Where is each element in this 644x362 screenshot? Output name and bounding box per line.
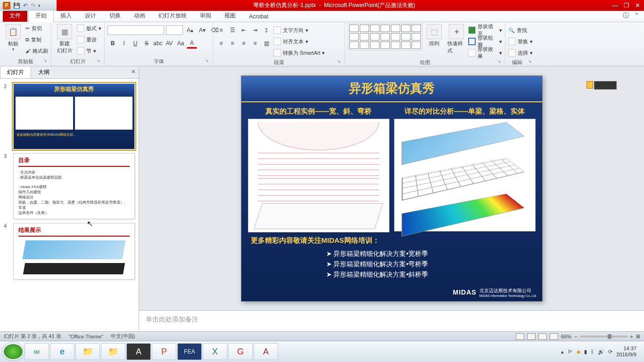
slide-canvas[interactable]: 异形箱梁仿真秀 真实的工程实例——宽、斜、弯桥 详尽的对比分析——单梁、梁格、实… bbox=[139, 66, 644, 310]
task-powerpoint-icon[interactable]: P bbox=[152, 343, 176, 360]
redo-icon[interactable]: ↷ bbox=[31, 2, 35, 9]
task-cad1-icon[interactable]: G bbox=[228, 343, 253, 360]
tray-flag-icon[interactable]: 🏳 bbox=[568, 349, 573, 354]
task-fea-icon[interactable]: FEA bbox=[177, 343, 202, 360]
justify-button[interactable]: ≡ bbox=[250, 38, 260, 49]
align-text-button[interactable]: 对齐文本 ▾ bbox=[273, 36, 325, 47]
skew-diagram-icon bbox=[254, 203, 383, 229]
tab-home[interactable]: 开始 bbox=[28, 9, 54, 22]
italic-button[interactable]: I bbox=[119, 38, 129, 49]
task-autocad-icon[interactable]: A bbox=[254, 343, 278, 360]
copy-button[interactable]: ⧉复制 bbox=[25, 34, 48, 45]
fit-to-window-button[interactable]: ⊞ bbox=[636, 333, 640, 339]
bold-button[interactable]: B bbox=[107, 38, 118, 49]
task-explorer2-icon[interactable]: 📁 bbox=[101, 343, 125, 360]
tab-slideshow[interactable]: 幻灯片放映 bbox=[152, 10, 193, 22]
task-explorer-icon[interactable]: 📁 bbox=[75, 343, 100, 360]
shape-effects-button[interactable]: 形状效果 ▾ bbox=[468, 48, 502, 58]
tray-shield-icon[interactable]: ◆ bbox=[577, 349, 580, 355]
paste-button[interactable]: 📋粘贴▾ bbox=[3, 23, 24, 52]
tab-insert[interactable]: 插入 bbox=[54, 10, 78, 22]
columns-button[interactable]: ▥ bbox=[261, 38, 272, 49]
shape-fill-button[interactable]: 形状填充 ▾ bbox=[468, 25, 502, 35]
font-color-button[interactable]: A bbox=[187, 38, 197, 49]
ribbon: 📋粘贴▾ ✂剪切 ⧉复制 🖌格式刷 剪贴板 ▦新建 幻灯片 版式 ▾ 重设 节 … bbox=[0, 22, 644, 66]
tray-volume-icon[interactable]: 🔊 bbox=[598, 349, 604, 355]
ribbon-min-icon[interactable]: ⓘ ⌃ bbox=[618, 9, 644, 22]
view-reading-button[interactable] bbox=[538, 333, 547, 340]
tray-expand-icon[interactable]: ▴ bbox=[561, 349, 564, 355]
reset-button[interactable]: 重设 bbox=[77, 34, 101, 45]
save-icon[interactable]: 💾 bbox=[13, 2, 20, 9]
decrease-font-icon[interactable]: A▾ bbox=[197, 25, 207, 35]
section-button[interactable]: 节 ▾ bbox=[77, 46, 101, 56]
decrease-indent-button[interactable]: ⇤ bbox=[239, 25, 249, 35]
powerpoint-icon[interactable]: P bbox=[3, 2, 10, 9]
layout-button[interactable]: 版式 ▾ bbox=[77, 23, 101, 33]
zoom-out-button[interactable]: − bbox=[574, 334, 577, 339]
qat-dropdown-icon[interactable]: ▾ bbox=[38, 3, 41, 8]
view-normal-button[interactable] bbox=[516, 333, 524, 340]
find-button[interactable]: 🔍查找 bbox=[508, 25, 533, 35]
zoom-slider[interactable] bbox=[580, 336, 627, 337]
panel-tab-outline[interactable]: 大纲 bbox=[31, 66, 57, 78]
increase-indent-button[interactable]: ⇥ bbox=[250, 25, 260, 35]
convert-smartart-button[interactable]: 转换为 SmartArt ▾ bbox=[273, 48, 325, 58]
align-right-button[interactable]: ≡ bbox=[239, 38, 249, 49]
tab-acrobat[interactable]: Acrobat bbox=[242, 11, 275, 22]
shapes-gallery[interactable] bbox=[348, 23, 422, 50]
panel-close-icon[interactable]: ✕ bbox=[131, 68, 136, 75]
tab-review[interactable]: 审阅 bbox=[193, 10, 218, 22]
zoom-in-button[interactable]: + bbox=[630, 334, 633, 339]
minimize-icon[interactable]: — bbox=[612, 2, 618, 9]
task-excel-icon[interactable]: X bbox=[203, 343, 227, 360]
shape-outline-button[interactable]: 形状轮廓 ▾ bbox=[468, 36, 502, 47]
text-direction-button[interactable]: 文字方向 ▾ bbox=[273, 25, 325, 35]
view-sorter-button[interactable] bbox=[527, 333, 536, 340]
align-center-button[interactable]: ≡ bbox=[227, 38, 238, 49]
tray-network-icon[interactable]: ▮ bbox=[584, 349, 587, 355]
quick-styles-button[interactable]: ✦快速样式 bbox=[446, 23, 467, 55]
format-painter-button[interactable]: 🖌格式刷 bbox=[25, 46, 48, 56]
cut-button[interactable]: ✂剪切 bbox=[25, 23, 48, 33]
align-left-button[interactable]: ≡ bbox=[216, 38, 226, 49]
view-slideshow-button[interactable] bbox=[550, 333, 558, 340]
task-ie-icon[interactable]: e bbox=[50, 343, 74, 360]
thumbnail-4[interactable]: 4 结果展示 bbox=[0, 221, 139, 281]
font-size-input[interactable] bbox=[166, 25, 183, 35]
tray-clock[interactable]: 14:37 2016/9/9 bbox=[616, 346, 636, 358]
close-icon[interactable]: ✕ bbox=[635, 2, 640, 9]
tab-view[interactable]: 视图 bbox=[218, 10, 242, 22]
tab-animation[interactable]: 动画 bbox=[127, 10, 152, 22]
start-button[interactable] bbox=[3, 343, 24, 360]
panel-tab-slides[interactable]: 幻灯片 bbox=[0, 66, 31, 78]
task-pdf-icon[interactable]: A bbox=[126, 343, 151, 360]
restore-icon[interactable]: ❐ bbox=[624, 2, 629, 9]
keyboard-overlay-icon[interactable] bbox=[594, 81, 617, 90]
numbering-button[interactable]: ☰ bbox=[227, 25, 238, 35]
undo-icon[interactable]: ↶ bbox=[23, 2, 28, 9]
thumbnail-3[interactable]: 3 目录 · 主点内容 · 桥梁基本信息及建模思路 · midas FEA建模 … bbox=[0, 151, 139, 221]
char-spacing-button[interactable]: AV bbox=[164, 38, 174, 49]
underline-button[interactable]: U bbox=[130, 38, 140, 49]
tab-design[interactable]: 设计 bbox=[78, 10, 103, 22]
font-family-input[interactable] bbox=[107, 25, 164, 35]
tray-bt-icon[interactable]: ᛒ bbox=[591, 349, 594, 354]
thumbnail-2[interactable]: 2 异形箱梁仿真秀 更多精彩内容敬请关注MIDAS网络培训... bbox=[0, 82, 139, 151]
task-browser-icon[interactable]: ∞ bbox=[25, 343, 49, 360]
tab-transitions[interactable]: 切换 bbox=[103, 10, 127, 22]
increase-font-icon[interactable]: A▴ bbox=[185, 25, 195, 35]
bullets-button[interactable]: ≡ bbox=[216, 25, 226, 35]
strike-button[interactable]: S bbox=[141, 38, 152, 49]
change-case-button[interactable]: Aa bbox=[175, 38, 186, 49]
line-spacing-button[interactable]: ‡ bbox=[261, 25, 272, 35]
select-button[interactable]: 选择 ▾ bbox=[508, 48, 533, 58]
tab-file[interactable]: 文件 bbox=[3, 10, 27, 22]
arrange-button[interactable]: ⬚排列 bbox=[424, 23, 445, 48]
replace-button[interactable]: 替换 ▾ bbox=[508, 36, 533, 47]
shadow-button[interactable]: abc bbox=[153, 38, 163, 49]
thumbnail-list[interactable]: 2 异形箱梁仿真秀 更多精彩内容敬请关注MIDAS网络培训... 3 目录 · … bbox=[0, 79, 139, 331]
new-slide-button[interactable]: ▦新建 幻灯片 bbox=[54, 23, 75, 55]
tray-sync-icon[interactable]: ⟳ bbox=[608, 349, 612, 355]
notes-pane[interactable]: 单击此处添加备注 bbox=[139, 310, 644, 331]
